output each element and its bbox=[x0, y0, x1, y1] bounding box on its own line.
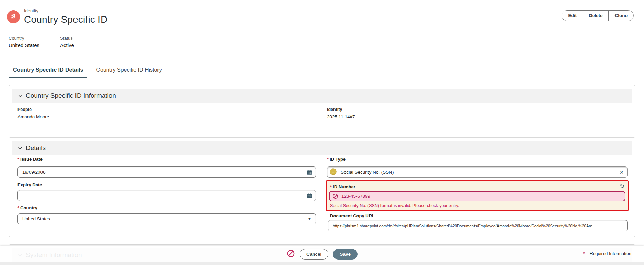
meta-country-value: United States bbox=[9, 42, 60, 48]
identity-avatar bbox=[7, 10, 20, 23]
id-number-input[interactable] bbox=[329, 191, 625, 201]
meta-country: Country United States bbox=[9, 36, 60, 48]
dropdown-arrow-icon: ▼ bbox=[308, 217, 311, 221]
id-number-error-box: *ID Number bbox=[326, 180, 629, 211]
header-title-block: Identity Country Specific ID bbox=[24, 8, 107, 25]
issue-date-label: *Issue Date bbox=[17, 157, 43, 162]
footer-action-bar: Cancel Save *= Required Information bbox=[0, 246, 644, 262]
ssn-type-icon bbox=[329, 168, 337, 177]
page-title: Country Specific ID bbox=[24, 14, 107, 25]
tab-divider bbox=[9, 77, 635, 77]
required-marker: * bbox=[330, 184, 332, 189]
delete-button[interactable]: Delete bbox=[583, 11, 609, 21]
edit-button[interactable]: Edit bbox=[562, 11, 583, 21]
id-number-error-message: Social Security No. (SSN) format is inva… bbox=[330, 203, 459, 208]
clear-icon[interactable]: ✕ bbox=[619, 170, 624, 175]
header-action-group: Edit Delete Clone bbox=[562, 10, 634, 21]
document-copy-url-input[interactable] bbox=[328, 220, 628, 231]
meta-status-label: Status bbox=[60, 36, 112, 41]
calendar-icon[interactable] bbox=[307, 170, 312, 175]
clone-button[interactable]: Clone bbox=[608, 11, 633, 21]
id-type-label: *ID Type bbox=[327, 157, 346, 162]
chevron-down-icon bbox=[17, 93, 23, 99]
expiry-date-input[interactable] bbox=[17, 190, 316, 201]
record-meta: Country United States Status Active bbox=[9, 36, 112, 48]
country-select-value: United States bbox=[22, 216, 50, 221]
required-note: *= Required Information bbox=[583, 251, 631, 256]
info-section-title: Country Specific ID Information bbox=[26, 92, 116, 100]
blocked-icon bbox=[286, 249, 295, 259]
country-specific-id-page: Identity Country Specific ID Edit Delete… bbox=[0, 0, 644, 265]
country-select[interactable]: United States ▼ bbox=[17, 213, 316, 224]
details-right-column: *ID Type Social Security No. (SSN) ✕ bbox=[327, 138, 628, 237]
meta-status-value: Active bbox=[60, 42, 112, 48]
module-label: Identity bbox=[24, 8, 107, 13]
id-number-label: *ID Number bbox=[330, 184, 355, 189]
required-marker: * bbox=[17, 157, 19, 162]
undo-icon[interactable] bbox=[619, 183, 625, 190]
people-field: People Amanda Moore bbox=[17, 107, 316, 119]
id-type-value: Social Security No. (SSN) bbox=[341, 170, 616, 175]
required-marker: * bbox=[17, 205, 19, 210]
document-copy-url-label: Document Copy URL bbox=[330, 213, 375, 218]
save-button[interactable]: Save bbox=[333, 249, 358, 260]
calendar-icon[interactable] bbox=[307, 193, 312, 198]
issue-date-input[interactable] bbox=[17, 166, 316, 178]
people-label: People bbox=[17, 107, 316, 112]
cancel-button[interactable]: Cancel bbox=[300, 249, 328, 260]
people-value: Amanda Moore bbox=[17, 114, 316, 119]
identity-field: Identity 2025.11.14#7 bbox=[327, 107, 628, 119]
bottom-strip bbox=[0, 262, 644, 265]
people-icon bbox=[10, 12, 17, 21]
details-left-column: *Issue Date bbox=[17, 138, 316, 237]
id-number-wrap bbox=[329, 191, 625, 201]
meta-status: Status Active bbox=[60, 36, 112, 48]
info-section-header[interactable]: Country Specific ID Information bbox=[12, 89, 632, 103]
id-type-input[interactable]: Social Security No. (SSN) ✕ bbox=[327, 166, 628, 178]
details-card: Details *Issue Date bbox=[9, 137, 635, 237]
country-label: *Country bbox=[17, 205, 37, 210]
meta-country-label: Country bbox=[9, 36, 60, 41]
info-card: Country Specific ID Information People A… bbox=[9, 85, 635, 127]
identity-label: Identity bbox=[327, 107, 628, 112]
identity-value: 2025.11.14#7 bbox=[327, 114, 628, 119]
blocked-icon bbox=[332, 193, 338, 200]
required-marker: * bbox=[327, 157, 329, 162]
expiry-date-label: Expiry Date bbox=[17, 182, 42, 187]
required-marker: * bbox=[583, 251, 585, 256]
